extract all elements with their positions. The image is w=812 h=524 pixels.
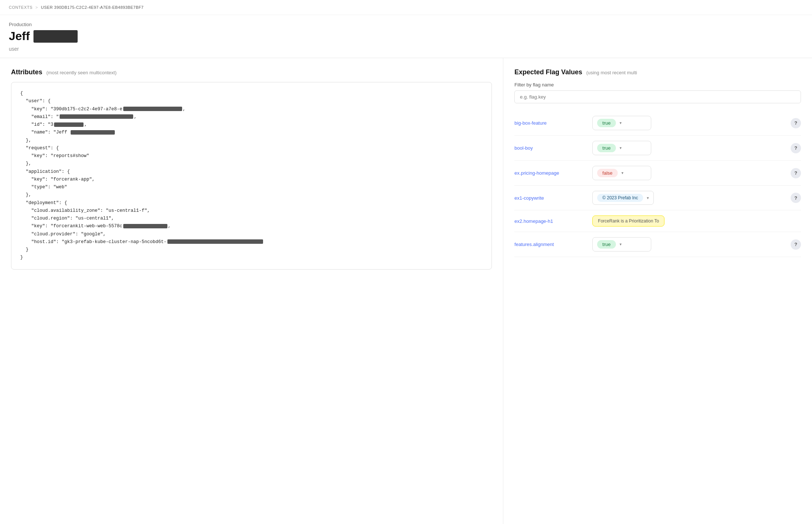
user-role-label: user [9, 46, 803, 52]
chevron-down-icon: ▾ [620, 121, 622, 125]
flag-name-big-box-feature[interactable]: big-box-feature [514, 120, 588, 126]
flag-badge-features-alignment: true [597, 240, 616, 249]
flag-dropdown-big-box-feature[interactable]: true ▾ [592, 116, 651, 130]
help-button-ex1-copywrite[interactable]: ? [791, 193, 801, 203]
environment-label: Production [9, 22, 803, 27]
attributes-title: Attributes (most recently seen multicont… [11, 68, 492, 76]
flag-name-features-alignment[interactable]: features.alignment [514, 242, 588, 247]
flag-value-ex-pricing-homepage: false ▾ [592, 166, 786, 180]
attributes-json-box: { "user": { "key": "390db175-c2c2-4e97-a… [11, 82, 492, 270]
breadcrumb-contexts[interactable]: CONTEXTS [9, 5, 32, 10]
redacted-deploy-key [123, 224, 167, 228]
flag-row-ex-pricing-homepage: ex.pricing-homepage false ▾ ? [514, 161, 801, 186]
redacted-host [167, 239, 263, 244]
flag-row-bool-boy: bool-boy true ▾ ? [514, 136, 801, 161]
flag-badge-ex-pricing-homepage: false [597, 169, 617, 177]
flag-dropdown-features-alignment[interactable]: true ▾ [592, 237, 651, 252]
breadcrumb: CONTEXTS > USER 390DB175-C2C2-4E97-A7E8-… [0, 0, 812, 15]
flag-dropdown-ex-pricing-homepage[interactable]: false ▾ [592, 166, 651, 180]
attributes-subtitle: (most recently seen multicontext) [46, 70, 117, 75]
flag-value-ex2-homepage-h1: ForceRank is a Prioritization To [592, 215, 801, 227]
flag-name-bool-boy[interactable]: bool-boy [514, 145, 588, 151]
redacted-id [54, 122, 84, 127]
flag-badge-ex2-homepage-h1: ForceRank is a Prioritization To [592, 215, 664, 227]
breadcrumb-separator: > [35, 5, 38, 10]
left-panel: Attributes (most recently seen multicont… [0, 58, 503, 524]
redacted-email [60, 114, 133, 119]
flag-row-big-box-feature: big-box-feature true ▾ ? [514, 111, 801, 136]
user-first-name: Jeff [9, 29, 30, 43]
flag-name-ex-pricing-homepage[interactable]: ex.pricing-homepage [514, 170, 588, 176]
flag-value-big-box-feature: true ▾ [592, 116, 786, 130]
user-name-heading: Jeff [9, 29, 803, 43]
help-button-features-alignment[interactable]: ? [791, 239, 801, 250]
flag-value-features-alignment: true ▾ [592, 237, 786, 252]
chevron-down-icon: ▾ [620, 146, 622, 150]
flag-name-ex2-homepage-h1[interactable]: ex2.homepage-h1 [514, 218, 588, 224]
chevron-down-icon: ▾ [647, 196, 649, 200]
user-last-name-redacted [33, 30, 78, 43]
flag-value-ex1-copywrite: © 2023 Prefab Inc ▾ [592, 191, 786, 205]
flag-name-ex1-copywrite[interactable]: ex1-copywrite [514, 195, 588, 201]
help-button-ex-pricing-homepage[interactable]: ? [791, 168, 801, 178]
flag-row-ex2-homepage-h1: ex2.homepage-h1 ForceRank is a Prioritiz… [514, 210, 801, 232]
flag-row-features-alignment: features.alignment true ▾ ? [514, 232, 801, 257]
breadcrumb-user-id: USER 390DB175-C2C2-4E97-A7E8-EB4893BE7BF… [41, 5, 143, 10]
main-content: Attributes (most recently seen multicont… [0, 58, 812, 524]
flags-title: Expected Flag Values (using most recent … [514, 68, 801, 76]
right-panel: Expected Flag Values (using most recent … [503, 58, 812, 524]
help-button-bool-boy[interactable]: ? [791, 143, 801, 153]
flag-filter-input[interactable] [514, 90, 801, 103]
flag-badge-bool-boy: true [597, 144, 616, 152]
filter-label: Filter by flag name [514, 82, 801, 88]
flag-dropdown-ex1-copywrite[interactable]: © 2023 Prefab Inc ▾ [592, 191, 654, 205]
redacted-key [123, 107, 182, 111]
help-button-big-box-feature[interactable]: ? [791, 118, 801, 128]
chevron-down-icon: ▾ [621, 171, 624, 175]
flag-badge-ex1-copywrite: © 2023 Prefab Inc [597, 194, 643, 202]
flag-badge-big-box-feature: true [597, 119, 616, 127]
flags-subtitle: (using most recent multi [586, 70, 637, 75]
chevron-down-icon: ▾ [620, 242, 622, 247]
flag-dropdown-bool-boy[interactable]: true ▾ [592, 141, 651, 155]
redacted-name [71, 130, 115, 135]
flag-row-ex1-copywrite: ex1-copywrite © 2023 Prefab Inc ▾ ? [514, 186, 801, 210]
flag-value-bool-boy: true ▾ [592, 141, 786, 155]
page-header: Production Jeff user [0, 15, 812, 58]
